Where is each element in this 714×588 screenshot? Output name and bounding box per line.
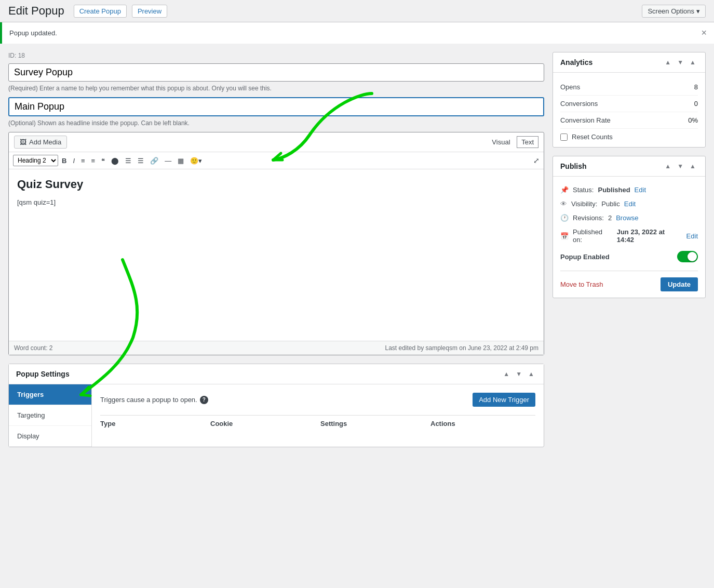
publish-controls: ▲ ▼ ▲	[663, 162, 698, 171]
name-hint: (Required) Enter a name to help you reme…	[8, 85, 544, 92]
visibility-row: 👁 Visibility: Public Edit	[560, 197, 698, 211]
analytics-up-button[interactable]: ▲	[663, 58, 673, 67]
page-header: Edit Popup Create Popup Preview Screen O…	[0, 0, 714, 22]
col-type: Type	[100, 420, 205, 427]
publish-collapse-button[interactable]: ▲	[688, 162, 698, 171]
move-to-trash-link[interactable]: Move to Trash	[560, 280, 603, 288]
publish-up-button[interactable]: ▲	[663, 162, 673, 171]
text-tab[interactable]: Text	[517, 136, 538, 148]
quote-button[interactable]: ❝	[99, 156, 107, 166]
ul-button[interactable]: ≡	[78, 156, 88, 166]
screen-options-button[interactable]: Screen Options ▾	[642, 5, 706, 18]
add-media-button[interactable]: 🖼 Add Media	[14, 136, 67, 149]
rate-label: Conversion Rate	[560, 116, 611, 124]
status-label: Status:	[573, 186, 594, 194]
col-actions: Actions	[430, 420, 535, 427]
popup-name-input[interactable]	[8, 63, 544, 82]
revisions-row: 🕐 Revisions: 2 Browse	[560, 211, 698, 225]
editor-content[interactable]: Quiz Survey [qsm quiz=1]	[9, 169, 544, 341]
link-button[interactable]: 🔗	[147, 156, 161, 166]
rate-value: 0%	[688, 116, 698, 124]
triggers-table-header: Type Cookie Settings Actions	[100, 415, 535, 432]
popup-settings-box: Popup Settings ▲ ▼ ▲ Triggers Targeting …	[8, 364, 544, 447]
published-edit-link[interactable]: Edit	[686, 232, 698, 240]
align-left-button[interactable]: ⬤	[109, 156, 122, 166]
col-settings: Settings	[320, 420, 425, 427]
italic-button[interactable]: I	[70, 156, 77, 166]
visual-tab[interactable]: Visual	[487, 136, 515, 148]
page-title: Edit Popup	[8, 4, 64, 18]
revisions-browse-link[interactable]: Browse	[616, 214, 638, 222]
emoji-button[interactable]: 🙂▾	[187, 156, 205, 166]
last-edited: Last edited by sampleqsm on June 23, 202…	[385, 344, 538, 352]
analytics-down-button[interactable]: ▼	[675, 58, 685, 67]
analytics-row-conversions: Conversions 0	[560, 96, 698, 112]
clock-icon: 🕐	[560, 214, 569, 222]
opens-label: Opens	[560, 83, 580, 91]
col-cookie: Cookie	[210, 420, 315, 427]
nav-targeting[interactable]: Targeting	[9, 405, 91, 426]
editor-container: 🖼 Add Media Visual Text Heading 2 Headin…	[8, 132, 544, 355]
published-label: Published on:	[573, 228, 613, 244]
analytics-row-rate: Conversion Rate 0%	[560, 112, 698, 129]
settings-collapse-button[interactable]: ▲	[526, 369, 536, 379]
enabled-label: Popup Enabled	[560, 253, 610, 261]
notice-close-button[interactable]: ×	[701, 28, 707, 38]
settings-controls: ▲ ▼ ▲	[501, 369, 536, 379]
publish-content: 📌 Status: Published Edit 👁 Visibility: P…	[553, 177, 705, 298]
settings-title: Popup Settings	[16, 370, 70, 378]
popup-id: ID: 18	[8, 52, 544, 59]
visibility-edit-link[interactable]: Edit	[624, 200, 636, 208]
nav-triggers[interactable]: Triggers	[9, 384, 91, 405]
bold-button[interactable]: B	[59, 156, 69, 166]
update-button[interactable]: Update	[661, 277, 698, 291]
align-right-button[interactable]: ☰	[135, 156, 146, 166]
help-icon[interactable]: ?	[200, 396, 208, 404]
toggle-knob	[688, 252, 697, 261]
reset-checkbox[interactable]	[560, 133, 568, 141]
success-notice: Popup updated. ×	[0, 22, 714, 44]
publish-down-button[interactable]: ▼	[675, 162, 685, 171]
nav-display[interactable]: Display	[9, 426, 91, 447]
add-trigger-button[interactable]: Add New Trigger	[473, 393, 535, 407]
format-toolbar: Heading 2 Heading 1 Heading 3 Paragraph …	[9, 152, 544, 169]
publish-header: Publish ▲ ▼ ▲	[553, 156, 705, 177]
published-value: Jun 23, 2022 at 14:42	[617, 228, 682, 244]
enabled-toggle[interactable]	[677, 251, 698, 262]
conversions-label: Conversions	[560, 100, 598, 108]
settings-up-button[interactable]: ▲	[501, 369, 511, 379]
analytics-collapse-button[interactable]: ▲	[688, 58, 698, 67]
heading-select[interactable]: Heading 2 Heading 1 Heading 3 Paragraph	[13, 155, 58, 166]
analytics-header: Analytics ▲ ▼ ▲	[553, 52, 705, 73]
settings-down-button[interactable]: ▼	[514, 369, 524, 379]
headline-input[interactable]	[8, 97, 544, 116]
create-popup-button[interactable]: Create Popup	[74, 5, 127, 18]
analytics-box: Analytics ▲ ▼ ▲ Opens 8 Conversions 0 Co…	[553, 52, 706, 148]
main-layout: ID: 18 (Required) Enter a name to help y…	[0, 44, 714, 456]
status-value: Published	[598, 186, 630, 194]
visibility-label: Visibility:	[571, 200, 597, 208]
analytics-controls: ▲ ▼ ▲	[663, 58, 698, 67]
word-count: Word count: 2	[14, 344, 52, 352]
reset-label: Reset Counts	[572, 133, 613, 141]
editor-footer: Word count: 2 Last edited by sampleqsm o…	[9, 341, 544, 355]
analytics-title: Analytics	[560, 58, 592, 66]
analytics-row-opens: Opens 8	[560, 79, 698, 96]
preview-button[interactable]: Preview	[132, 5, 167, 18]
eye-icon: 👁	[560, 200, 567, 208]
reset-row: Reset Counts	[560, 129, 698, 141]
visibility-value: Public	[601, 200, 619, 208]
align-center-button[interactable]: ☰	[123, 156, 134, 166]
ol-button[interactable]: ≡	[89, 156, 98, 166]
expand-button[interactable]: ⤢	[533, 156, 540, 165]
status-row: 📌 Status: Published Edit	[560, 183, 698, 197]
status-edit-link[interactable]: Edit	[635, 186, 646, 194]
content-heading: Quiz Survey	[17, 178, 535, 191]
publish-actions: Move to Trash Update	[560, 271, 698, 291]
triggers-header: Triggers cause a popup to open. ? Add Ne…	[100, 393, 535, 407]
table-button[interactable]: ▦	[175, 156, 186, 166]
sidebar: Analytics ▲ ▼ ▲ Opens 8 Conversions 0 Co…	[553, 52, 706, 306]
calendar-icon: 📅	[560, 232, 569, 240]
more-button[interactable]: —	[162, 156, 174, 166]
settings-nav: Triggers Targeting Display	[9, 384, 92, 447]
